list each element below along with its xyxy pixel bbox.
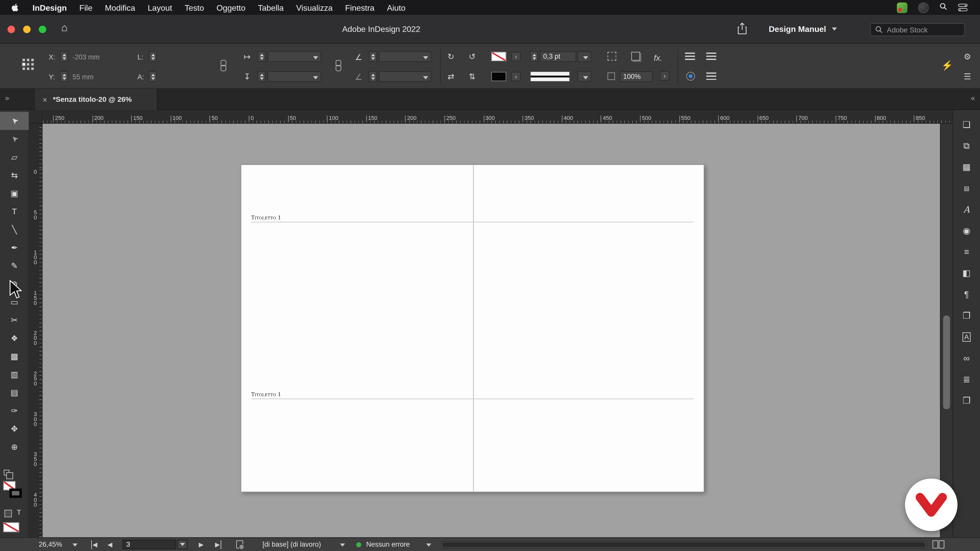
effects-panel[interactable]: ❐: [953, 305, 980, 326]
character-panel[interactable]: A: [953, 199, 980, 220]
align-left-icon[interactable]: [685, 52, 695, 60]
page-number-field[interactable]: 3: [123, 540, 177, 549]
effects-fx-button[interactable]: fx.: [654, 52, 662, 63]
rotate-90-ccw-icon[interactable]: ↺: [469, 51, 476, 62]
vertical-scrollbar-thumb[interactable]: [943, 316, 950, 409]
menubar-circle-app-icon[interactable]: [918, 2, 929, 13]
document-canvas[interactable]: Titoletto 1 Titoletto 1: [43, 124, 940, 537]
menu-modifica[interactable]: Modifica: [99, 3, 142, 12]
constrain-proportions-icon[interactable]: [220, 60, 226, 71]
recorder-badge[interactable]: [905, 478, 958, 531]
menu-layout[interactable]: Layout: [142, 3, 178, 12]
gradient-swatch-tool[interactable]: ▩: [0, 348, 29, 365]
menubar-status-app-icon[interactable]: [897, 2, 907, 13]
text-frame-title[interactable]: Titoletto 1: [251, 215, 281, 221]
home-icon[interactable]: ⌂: [61, 22, 68, 35]
y-position-value[interactable]: 55 mm: [73, 73, 116, 81]
horizontal-scrollbar-thumb[interactable]: [442, 542, 926, 548]
note-tool[interactable]: ▤: [0, 384, 29, 402]
gradient-panel[interactable]: ◧: [953, 262, 980, 284]
paragraph-styles-panel[interactable]: A: [953, 326, 980, 347]
align-distribute-icon[interactable]: [706, 73, 716, 80]
collapse-left-panel-icon[interactable]: »: [5, 94, 9, 102]
line-tool[interactable]: ╲: [0, 221, 29, 238]
opacity-checkbox[interactable]: [608, 73, 615, 80]
previous-page-button[interactable]: ◀: [107, 540, 112, 549]
horizontal-scrollbar[interactable]: [440, 541, 928, 548]
color-panel[interactable]: ◉: [953, 220, 980, 241]
height-stepper[interactable]: [149, 71, 157, 82]
stroke-weight-field[interactable]: 0,3 pt: [540, 51, 576, 62]
stroke-weight-dropdown[interactable]: [578, 51, 591, 62]
apple-menu-icon[interactable]: [11, 3, 20, 12]
eyedropper-tool[interactable]: ✑: [0, 402, 29, 420]
horizontal-ruler[interactable]: 2502001501005005010015020025030035040045…: [43, 110, 953, 124]
menu-visualizza[interactable]: Visualizza: [290, 3, 339, 12]
scale-y-stepper[interactable]: [258, 71, 266, 82]
drop-shadow-icon[interactable]: [631, 52, 640, 60]
gap-tool[interactable]: ⇆: [0, 166, 29, 184]
fill-expander-icon[interactable]: ›: [511, 52, 520, 61]
stroke-color-swatch[interactable]: [491, 72, 506, 81]
first-page-button[interactable]: ◀: [91, 540, 97, 549]
stroke-style-preview[interactable]: [530, 71, 570, 82]
minimize-window-button[interactable]: [23, 25, 30, 33]
apply-none-swatch[interactable]: [3, 522, 19, 532]
menu-aiuto[interactable]: Aiuto: [381, 3, 412, 12]
menu-tabella[interactable]: Tabella: [251, 3, 290, 12]
scale-x-dropdown[interactable]: [267, 51, 321, 62]
rotation-dropdown[interactable]: [379, 51, 431, 62]
workspace-switcher[interactable]: Design Manuel: [769, 24, 837, 34]
x-position-value[interactable]: -203 mm: [73, 53, 116, 60]
pages-panel[interactable]: ❏: [953, 114, 980, 135]
menu-finestra[interactable]: Finestra: [339, 3, 381, 12]
menu-testo[interactable]: Testo: [178, 3, 210, 12]
stroke-style-dropdown[interactable]: [578, 71, 591, 82]
reference-point-proxy[interactable]: [22, 59, 34, 70]
stroke-proxy-swatch[interactable]: [10, 489, 22, 498]
panel-menu-icon[interactable]: ☰: [964, 71, 971, 82]
scale-x-stepper[interactable]: [258, 51, 266, 62]
spread-page[interactable]: [241, 164, 704, 492]
stroke-panel[interactable]: ≡: [953, 241, 980, 262]
pencil-tool[interactable]: ✎: [0, 257, 29, 275]
shear-dropdown[interactable]: [379, 71, 431, 82]
opacity-expander-icon[interactable]: ›: [660, 71, 670, 81]
flip-v-button-icon[interactable]: ⇅: [469, 71, 476, 82]
shear-stepper[interactable]: [369, 71, 377, 82]
formatting-affects-text-icon[interactable]: T: [17, 508, 21, 516]
preflight-profile[interactable]: [di base] (di lavoro): [262, 540, 321, 548]
menu-file[interactable]: File: [73, 3, 99, 12]
y-position-stepper[interactable]: [60, 71, 68, 82]
align-panel[interactable]: ≣: [953, 368, 980, 390]
layers-panel[interactable]: ⧉: [953, 135, 980, 156]
cc-libraries-panel[interactable]: ⧈: [953, 178, 980, 199]
preflight-status-text[interactable]: Nessun errore: [366, 540, 410, 548]
zoom-window-button[interactable]: [39, 25, 46, 33]
direct-selection-tool[interactable]: ➤: [0, 130, 29, 148]
rotate-90-cw-icon[interactable]: ↻: [447, 51, 454, 62]
scissors-tool[interactable]: ✂: [0, 311, 29, 329]
control-center-icon[interactable]: [958, 4, 967, 11]
menu-app-name[interactable]: InDesign: [26, 3, 73, 12]
default-fill-stroke-icon[interactable]: [4, 470, 10, 475]
close-document-icon[interactable]: ×: [43, 95, 48, 104]
justify-icon[interactable]: [706, 52, 716, 60]
zoom-dropdown-icon[interactable]: [73, 544, 78, 547]
next-page-button[interactable]: ▶: [199, 540, 204, 549]
fill-color-swatch[interactable]: [491, 52, 506, 61]
document-tab[interactable]: × *Senza titolo-20 @ 26%: [35, 89, 158, 110]
preflight-page-icon[interactable]: [236, 540, 243, 548]
flip-h-button-icon[interactable]: ⇄: [447, 71, 454, 82]
stroke-expander-icon[interactable]: ›: [511, 72, 520, 81]
stroke-weight-stepper[interactable]: [530, 51, 538, 62]
page-dropdown[interactable]: [178, 540, 188, 549]
adobe-stock-search[interactable]: Adobe Stock: [870, 23, 965, 36]
preflight-status-dropdown-icon[interactable]: [426, 544, 431, 547]
width-stepper[interactable]: [149, 51, 157, 62]
spotlight-search-icon[interactable]: [939, 3, 948, 13]
swatches-panel[interactable]: ▦: [953, 156, 980, 177]
zoom-tool[interactable]: ⊕: [0, 438, 29, 456]
menu-oggetto[interactable]: Oggetto: [210, 3, 251, 12]
content-collector-tool[interactable]: ▣: [0, 184, 29, 202]
